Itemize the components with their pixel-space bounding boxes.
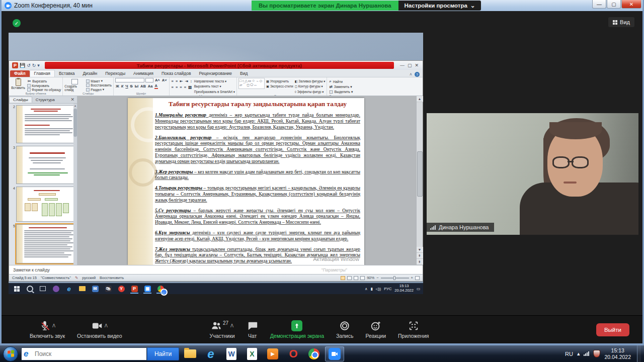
scrollbar-thumb[interactable] [417, 151, 423, 197]
video-options-caret[interactable]: ᐱ [105, 323, 108, 328]
section-button[interactable]: Раздел ▾ [86, 87, 112, 92]
zoom-in-icon[interactable]: + [411, 276, 413, 280]
font-color-icon[interactable]: А [154, 83, 158, 89]
select-button[interactable]: ⬚Выделить ▾ [329, 89, 353, 94]
security-shield-icon[interactable]: ✓ [13, 19, 21, 27]
indent-decrease-icon[interactable]: ⇤ [179, 79, 183, 83]
taskbar-word[interactable]: W [222, 346, 241, 361]
quick-access-toolbar[interactable]: P 💾 ↺ ↻ ▾ [9, 62, 43, 68]
find-button[interactable]: Найти [147, 347, 179, 360]
ppt-maximize-button[interactable]: ▢ [408, 63, 412, 68]
shape-effects-button[interactable]: ◊ Эффекты фигур ▾ [295, 89, 326, 94]
start-button[interactable] [11, 284, 23, 294]
text-direction-button[interactable]: Направление текста ▾ [194, 79, 235, 83]
participants-caret[interactable]: ᐱ [230, 323, 233, 328]
scroll-down-icon[interactable]: ▼ [417, 247, 423, 253]
minimize-ribbon-icon[interactable]: ˄ [410, 72, 412, 77]
italic-icon[interactable]: К [121, 84, 124, 88]
replace-button[interactable]: ⇄Заменить ▾ [329, 84, 353, 89]
change-case-icon[interactable]: Аа [147, 84, 153, 88]
taskbar-excel[interactable]: X [243, 346, 262, 361]
previous-slide-icon[interactable]: ⇞ [417, 253, 423, 259]
search-input[interactable] [21, 347, 147, 360]
font-name-box[interactable] [115, 78, 144, 82]
host-language-indicator[interactable]: RU [565, 351, 573, 357]
notes-pane[interactable]: Заметки к слайду "Параметры" [9, 265, 423, 274]
app-icon-explorer[interactable] [76, 284, 88, 294]
taskbar-search-button[interactable] [24, 284, 36, 294]
slide-scrollbar[interactable]: ▲ ▼ ⇞ ⇟ [416, 96, 423, 265]
qat-dropdown-icon[interactable]: ▾ [37, 63, 40, 68]
next-slide-icon[interactable]: ⇟ [417, 259, 423, 265]
stop-video-button[interactable]: ᐱ Остановить видео [71, 316, 128, 343]
app-icon-store[interactable]: 🛍 [102, 284, 114, 294]
bold-icon[interactable]: Ж [115, 84, 120, 88]
unmute-button[interactable]: ᐱ Включить звук [24, 316, 71, 343]
record-button[interactable]: Запись [330, 316, 359, 343]
show-desktop-button[interactable] [637, 345, 641, 362]
align-right-icon[interactable]: ≡ [179, 85, 182, 89]
host-clock[interactable]: 15:1320.04.2022 [604, 347, 631, 360]
cut-button[interactable]: ✂Вырезать [27, 79, 61, 83]
justify-icon[interactable]: ≡ [184, 85, 187, 89]
chat-button[interactable]: Чат [241, 316, 264, 343]
leave-meeting-button[interactable]: Выйти [596, 323, 629, 336]
close-button[interactable]: ✕ [621, 0, 641, 9]
arrange-button[interactable]: ▦ Упорядочить [266, 79, 293, 83]
taskbar-explorer[interactable] [181, 346, 200, 361]
reading-view-icon[interactable] [354, 276, 358, 280]
reset-button[interactable]: Восстановить [86, 83, 112, 87]
restore-label[interactable]: Восстановить [100, 276, 124, 280]
participant-video[interactable]: Динара Нуршанова [427, 113, 638, 235]
taskbar-chrome[interactable] [304, 346, 324, 361]
view-layout-button[interactable]: Вид [608, 17, 634, 27]
app-icon-mail[interactable]: ✉ [89, 284, 101, 294]
shared-system-tray[interactable]: ∧ ▮ ◁)) РУС 15:1320.04.2022 ▭ [365, 284, 421, 293]
taskbar-zoom[interactable] [325, 346, 344, 361]
help-icon[interactable]: ? [415, 72, 420, 77]
language-label[interactable]: русский [82, 276, 96, 280]
grow-font-icon[interactable]: A˄ [154, 78, 160, 82]
undo-icon[interactable]: ↺ [27, 63, 31, 68]
new-slide-button[interactable]: Создать слайд [64, 78, 85, 92]
tab-view[interactable]: Вид [236, 70, 252, 77]
app-icon-chrome[interactable] [154, 284, 167, 294]
notification-icon[interactable]: ▭ [417, 287, 420, 291]
outline-tab[interactable]: Структура [32, 97, 58, 103]
panel-close-icon[interactable]: ✕ [70, 97, 77, 102]
tab-review[interactable]: Рецензирование [195, 70, 236, 77]
numbering-icon[interactable]: ≡ [175, 79, 178, 83]
shadow-icon[interactable]: Ы [134, 84, 139, 88]
app-icon-zoom[interactable]: ▣ [141, 284, 153, 294]
slide-sorter-icon[interactable] [347, 276, 352, 280]
tab-home[interactable]: Главная [30, 70, 55, 77]
shared-language-indicator[interactable]: РУС [384, 287, 391, 291]
host-system-tray[interactable]: RU ▴ 15:1320.04.2022 [565, 345, 643, 362]
slide-thumbnail[interactable] [16, 146, 76, 184]
tray-expand-icon[interactable]: ∧ [365, 287, 368, 291]
columns-icon[interactable]: ▥ [188, 85, 192, 89]
align-left-icon[interactable]: ≡ [171, 85, 174, 89]
ppt-minimize-button[interactable]: — [400, 63, 405, 68]
maximize-button[interactable]: ▢ [607, 0, 621, 9]
shape-outline-button[interactable]: ◻ Контур фигуры ▾ [295, 84, 326, 88]
spellcheck-icon[interactable]: ✎ [75, 276, 78, 280]
antivirus-shield-icon[interactable] [593, 350, 600, 357]
slide-thumbnail-current[interactable] [16, 224, 76, 263]
underline-icon[interactable]: Ч [125, 84, 128, 88]
tab-design[interactable]: Дизайн [79, 70, 102, 77]
app-icon-powerpoint[interactable]: P [128, 284, 140, 294]
smartart-button[interactable]: Преобразовать в SmartArt ▾ [194, 89, 235, 94]
panel-scrollbar[interactable]: ▲ [73, 104, 77, 265]
participants-button[interactable]: 27 ᐱ Участники [204, 316, 241, 343]
scroll-up-icon[interactable]: ▲ [417, 96, 423, 102]
strikethrough-icon[interactable]: S [130, 84, 133, 88]
format-painter-button[interactable]: Формат по образцу [27, 88, 61, 92]
zoom-slider[interactable] [381, 278, 409, 279]
shapes-gallery[interactable]: □○△▭☆→ ◇▱⌒◻⬠↔ [238, 78, 265, 89]
font-size-box[interactable] [145, 78, 153, 82]
taskbar-internet-explorer[interactable]: e [201, 346, 220, 361]
app-icon-yandex[interactable]: Y [115, 284, 127, 294]
redo-icon[interactable]: ↻ [32, 63, 36, 68]
tray-expand-icon[interactable]: ▴ [577, 350, 580, 357]
